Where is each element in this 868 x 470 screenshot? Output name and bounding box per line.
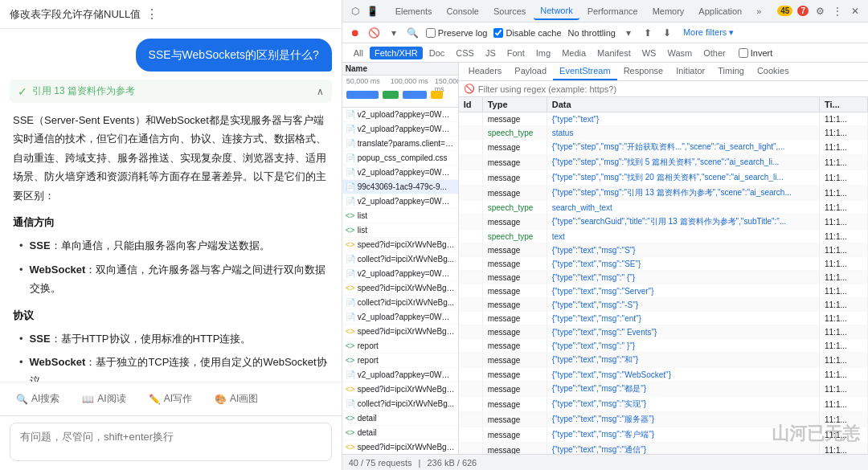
filter-fetch-xhr[interactable]: Fetch/XHR bbox=[370, 47, 423, 59]
event-row[interactable]: message {"type":"text","msg":"S"} 11:1..… bbox=[459, 243, 868, 257]
filter-icon[interactable]: ▾ bbox=[387, 27, 400, 39]
event-row[interactable]: message {"type":"text","msg":"WebSocket"… bbox=[459, 368, 868, 382]
clear-button[interactable]: 🚫 bbox=[368, 27, 381, 39]
tab-headers[interactable]: Headers bbox=[462, 63, 509, 80]
request-row[interactable]: 📄 v2_upload?appkey=0WEB... bbox=[342, 122, 458, 137]
request-row[interactable]: <> report bbox=[342, 354, 458, 368]
import-icon[interactable]: ⬆ bbox=[641, 27, 654, 39]
event-row[interactable]: message {"type":"step","msg":"找到 20 篇相关资… bbox=[459, 170, 868, 186]
ai-read-button[interactable]: 📖 AI阅读 bbox=[76, 389, 132, 409]
disable-cache-checkbox[interactable]: Disable cache bbox=[493, 28, 561, 38]
preserve-log-checkbox[interactable]: Preserve log bbox=[426, 28, 488, 38]
event-row[interactable]: message {"type":"text","msg":"Server"} 1… bbox=[459, 284, 868, 298]
chat-input[interactable] bbox=[10, 423, 332, 461]
event-row[interactable]: message {"type":"text","msg":"-S"} 11:1.… bbox=[459, 298, 868, 312]
request-row[interactable]: <> detail bbox=[342, 426, 458, 440]
filter-ws[interactable]: WS bbox=[637, 47, 661, 59]
filter-img[interactable]: Img bbox=[531, 47, 555, 59]
filter-other[interactable]: Other bbox=[698, 47, 731, 59]
request-row[interactable]: 📄 popup_css_compiled.css bbox=[342, 151, 458, 166]
more-options-icon[interactable]: ⋮ bbox=[145, 6, 158, 22]
throttle-icon[interactable]: ▾ bbox=[622, 27, 635, 39]
dots-icon[interactable]: ⋮ bbox=[831, 5, 844, 18]
tab-application[interactable]: Application bbox=[692, 3, 748, 19]
event-row[interactable]: message {"type":"step","msg":"找到 5 篇相关资料… bbox=[459, 155, 868, 170]
disable-cache-input[interactable] bbox=[493, 28, 503, 38]
close-icon[interactable]: ✕ bbox=[849, 5, 862, 18]
settings-icon[interactable]: ⚙ bbox=[813, 5, 826, 18]
event-row[interactable]: message {"type":"text","msg":"和"} 11:1..… bbox=[459, 353, 868, 368]
event-row[interactable]: message {"type":"text","msg":" {"} 11:1.… bbox=[459, 271, 868, 284]
request-row[interactable]: <> speed?id=ipciXrWvNeBgT... bbox=[342, 382, 458, 397]
request-row[interactable]: <> detail bbox=[342, 411, 458, 426]
event-row[interactable]: message {"type":"text","msg":" Events"} … bbox=[459, 325, 868, 339]
event-row[interactable]: message {"type":"text","msg":"通信"} 11:1.… bbox=[459, 443, 868, 454]
request-row-selected[interactable]: 📄 99c43069-1ac9-479c-9... bbox=[342, 180, 458, 194]
invert-label[interactable]: Invert bbox=[739, 48, 773, 58]
filter-js[interactable]: JS bbox=[481, 47, 501, 59]
tab-performance[interactable]: Performance bbox=[581, 3, 645, 19]
export-icon[interactable]: ⬇ bbox=[661, 27, 674, 39]
expand-icon[interactable]: ∧ bbox=[317, 86, 324, 97]
reference-bar[interactable]: ✓ 引用 13 篇资料作为参考 ∧ bbox=[10, 80, 332, 103]
event-row[interactable]: message {"type":"text","msg":"服务器"} 11:1… bbox=[459, 412, 868, 427]
tab-response[interactable]: Response bbox=[617, 63, 670, 80]
search-icon[interactable]: 🔍 bbox=[407, 27, 420, 39]
event-row[interactable]: message {"type":"text","msg":"ent"} 11:1… bbox=[459, 312, 868, 325]
tab-network[interactable]: Network bbox=[534, 2, 579, 20]
tab-cookies[interactable]: Cookies bbox=[751, 63, 796, 80]
tab-eventstream[interactable]: EventStream bbox=[553, 63, 617, 80]
mobile-icon[interactable]: 📱 bbox=[366, 5, 379, 18]
filter-doc[interactable]: Doc bbox=[424, 47, 450, 59]
event-row[interactable]: message {"type":"searchGuid","title":"引用… bbox=[459, 215, 868, 230]
tab-timing[interactable]: Timing bbox=[711, 63, 751, 80]
tab-memory[interactable]: Memory bbox=[646, 3, 691, 19]
request-row[interactable]: 📄 collect?id=ipciXrWvNeBg... bbox=[342, 397, 458, 411]
event-row[interactable]: speech_type status 11:1... bbox=[459, 126, 868, 140]
filter-all[interactable]: All bbox=[349, 47, 368, 59]
preserve-log-input[interactable] bbox=[426, 28, 436, 38]
invert-checkbox[interactable] bbox=[739, 48, 748, 58]
filter-media[interactable]: Media bbox=[557, 47, 591, 59]
request-row[interactable]: 📄 collect?id=ipciXrWvNeBg... bbox=[342, 296, 458, 310]
event-row[interactable]: message {"type":"text","msg":"客户端"} 11:1… bbox=[459, 427, 868, 443]
tab-sources[interactable]: Sources bbox=[487, 3, 532, 19]
ai-draw-button[interactable]: 🎨 AI画图 bbox=[208, 389, 264, 409]
filter-manifest[interactable]: Manifest bbox=[592, 47, 636, 59]
tab-initiator[interactable]: Initiator bbox=[669, 63, 711, 80]
request-row[interactable]: 📄 v2_upload?appkey=0WEB... bbox=[342, 267, 458, 281]
event-row[interactable]: message {"type":"step","msg":"开始获取资料..."… bbox=[459, 140, 868, 155]
request-row[interactable]: 📄 v2_upload?appkey=0WEB... bbox=[342, 108, 458, 122]
more-filters[interactable]: More filters ▾ bbox=[683, 27, 734, 38]
request-row[interactable]: <> speed?id=ipciXrWvNeBgT... bbox=[342, 440, 458, 454]
cursor-icon[interactable]: ⬡ bbox=[349, 5, 362, 18]
filter-font[interactable]: Font bbox=[502, 47, 530, 59]
request-row[interactable]: 📄 v2_upload?appkey=0WEB... bbox=[342, 194, 458, 209]
event-row[interactable]: message {"type":"text"} 11:1... bbox=[459, 112, 868, 126]
filter-wasm[interactable]: Wasm bbox=[662, 47, 697, 59]
request-row[interactable]: 📄 collect?id=ipciXrWvNeBg... bbox=[342, 252, 458, 267]
request-row[interactable]: 📄 v2_upload?appkey=0WEB... bbox=[342, 368, 458, 382]
ai-write-button[interactable]: ✏️ AI写作 bbox=[142, 389, 199, 409]
throttle-dropdown[interactable]: No throttling bbox=[568, 28, 616, 38]
event-row[interactable]: message {"type":"step","msg":"引用 13 篇资料作… bbox=[459, 186, 868, 201]
event-row[interactable]: message {"type":"text","msg":"都是"} 11:1.… bbox=[459, 382, 868, 397]
event-row[interactable]: speech_type search_with_text 11:1... bbox=[459, 201, 868, 215]
record-button[interactable]: ⏺ bbox=[349, 27, 362, 39]
event-row[interactable]: message {"type":"text","msg":"SE"} 11:1.… bbox=[459, 257, 868, 271]
tab-more[interactable]: » bbox=[750, 3, 768, 19]
request-row[interactable]: <> speed?id=ipciXrWvNeBgT... bbox=[342, 238, 458, 252]
tab-payload[interactable]: Payload bbox=[508, 63, 553, 80]
event-row[interactable]: message {"type":"text","msg":"实现"} 11:1.… bbox=[459, 397, 868, 412]
event-filter-input[interactable] bbox=[478, 84, 863, 94]
request-row[interactable]: <> report bbox=[342, 339, 458, 354]
event-row[interactable]: message {"type":"text","msg":" }"} 11:1.… bbox=[459, 339, 868, 353]
filter-css[interactable]: CSS bbox=[451, 47, 479, 59]
request-row[interactable]: <> list bbox=[342, 209, 458, 223]
request-row[interactable]: <> list bbox=[342, 223, 458, 238]
filter-clear-icon[interactable]: 🚫 bbox=[464, 84, 475, 94]
request-row[interactable]: 📄 v2_upload?appkey=0WEB... bbox=[342, 310, 458, 325]
tab-console[interactable]: Console bbox=[440, 3, 485, 19]
request-row[interactable]: <> speed?id=ipciXrWvNeBgT... bbox=[342, 325, 458, 339]
request-row[interactable]: 📄 v2_upload?appkey=0WEB... bbox=[342, 166, 458, 180]
